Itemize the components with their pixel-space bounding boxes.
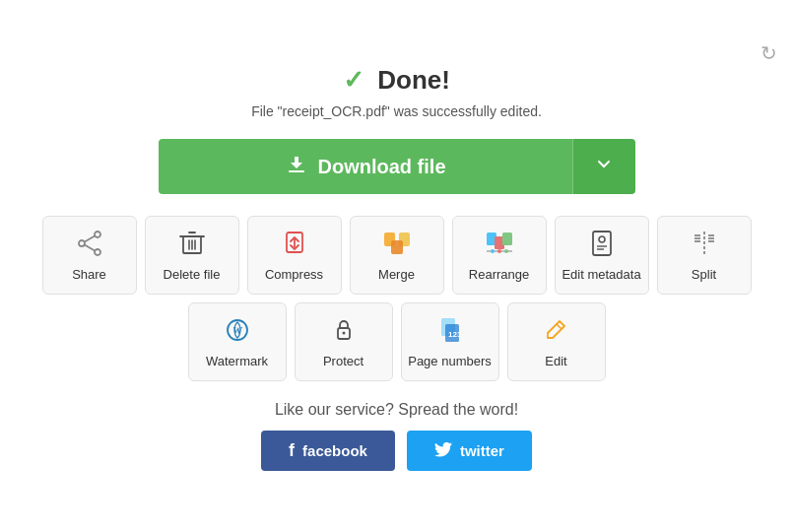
tool-watermark[interactable]: W Watermark [188,302,287,381]
merge-icon [382,230,412,261]
svg-rect-24 [593,232,611,255]
svg-point-1 [95,232,100,237]
svg-point-38 [342,331,345,334]
tool-compress-label: Compress [265,267,323,282]
compress-icon [281,230,308,261]
tool-pagenumbers[interactable]: 123 Page numbers [401,302,499,381]
pagenumbers-icon: 123 [436,316,464,348]
tools-row-2: W Watermark Protect [42,302,752,381]
tool-edit[interactable]: Edit [507,302,606,381]
facebook-label: facebook [302,442,367,459]
tool-merge-label: Merge [378,267,415,282]
tool-protect[interactable]: Protect [295,302,393,381]
done-title: ✓ Done! [42,65,752,96]
svg-point-22 [497,249,501,253]
tool-metadata[interactable]: Edit metadata [555,216,649,295]
watermark-icon: W [224,316,251,348]
tool-compress[interactable]: Compress [247,216,342,295]
tool-share-label: Share [72,267,106,282]
tool-split-label: Split [692,267,716,282]
download-dropdown-button[interactable] [572,139,635,194]
svg-rect-0 [289,170,304,172]
tool-merge[interactable]: Merge [350,216,444,295]
social-row: f facebook twitter [42,431,752,471]
metadata-icon [589,230,615,261]
svg-point-23 [504,249,508,253]
svg-point-3 [95,249,100,255]
refresh-icon: ↻ [760,42,777,64]
svg-point-2 [79,240,85,246]
tool-watermark-label: Watermark [206,354,268,368]
tool-delete-label: Delete file [164,267,221,282]
svg-rect-19 [502,233,512,245]
svg-line-42 [557,324,562,329]
svg-line-4 [84,235,94,241]
download-icon [285,153,308,181]
tool-pagenumbers-label: Page numbers [408,354,492,368]
rearrange-icon [485,230,514,261]
refresh-button[interactable]: ↻ [760,41,777,65]
svg-rect-16 [391,240,403,254]
chevron-down-icon [595,154,613,179]
tool-rearrange[interactable]: Rearrange [452,216,547,295]
protect-icon [331,316,357,348]
tool-edit-label: Edit [545,354,566,368]
tool-protect-label: Protect [323,354,363,368]
tool-delete[interactable]: Delete file [145,216,239,295]
edit-icon [544,316,569,348]
tool-split[interactable]: Split [657,216,752,295]
twitter-icon [434,442,452,460]
tool-share[interactable]: Share [42,216,137,295]
svg-point-25 [599,236,605,242]
tool-rearrange-label: Rearrange [469,267,529,282]
svg-text:123: 123 [448,330,462,339]
split-icon [691,230,718,261]
twitter-label: twitter [460,442,504,459]
svg-line-5 [84,244,94,250]
subtitle: File "receipt_OCR.pdf" was successfully … [42,103,752,119]
twitter-button[interactable]: twitter [407,431,532,471]
spread-prompt: Like our service? Spread the word! [42,401,752,419]
tool-metadata-label: Edit metadata [562,267,640,282]
check-icon: ✓ [343,65,364,95]
main-card: ↻ ✓ Done! File "receipt_OCR.pdf" was suc… [13,37,781,495]
download-label: Download file [318,156,446,178]
download-button[interactable]: Download file [159,139,572,194]
facebook-icon: f [289,440,295,461]
delete-icon [179,230,205,261]
facebook-button[interactable]: f facebook [261,431,395,471]
tools-row-1: Share Delete file [42,216,752,295]
svg-point-21 [491,249,495,253]
share-icon [76,230,103,261]
download-row: Download file [42,139,752,194]
